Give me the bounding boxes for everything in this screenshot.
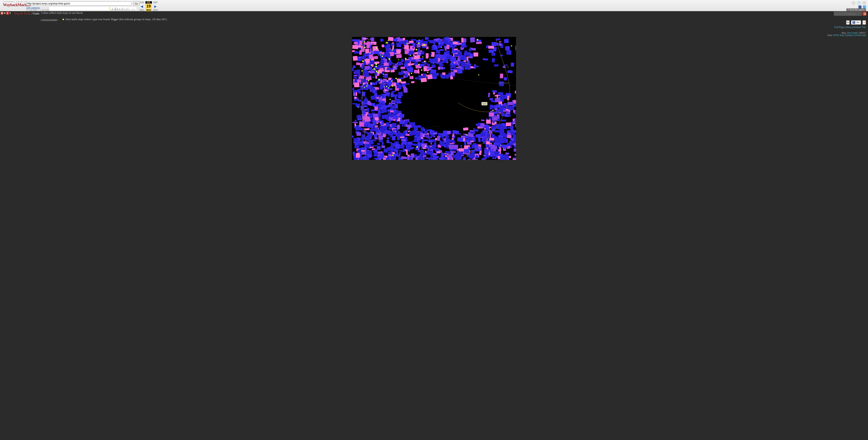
svg-rect-676 [441, 153, 444, 157]
svg-rect-1254 [489, 126, 491, 128]
wnyc-logo[interactable]: WNYC [1, 12, 12, 15]
prev-year[interactable]: 2011 [138, 9, 145, 11]
svg-rect-1412 [440, 55, 446, 59]
svg-rect-1367 [480, 123, 485, 128]
svg-rect-1138 [465, 57, 467, 60]
map-author-link[interactable]: John Keefe [847, 32, 858, 34]
svg-rect-1468 [445, 136, 449, 138]
svg-rect-1042 [402, 141, 405, 144]
svg-rect-1398 [491, 100, 495, 102]
svg-rect-1474 [387, 68, 393, 70]
svg-point-1594 [388, 87, 389, 88]
svg-rect-260 [446, 74, 449, 79]
svg-rect-78 [479, 150, 482, 155]
svg-rect-1498 [406, 124, 411, 128]
help-icon[interactable]: ? [857, 1, 861, 5]
svg-rect-910 [391, 93, 394, 97]
choropleth-map[interactable]: I678 Silver Beach [352, 37, 516, 160]
facebook-share-icon[interactable] [859, 5, 862, 8]
svg-point-1597 [410, 55, 411, 56]
svg-rect-1336 [363, 61, 366, 65]
svg-rect-922 [483, 155, 486, 156]
svg-point-1621 [372, 69, 373, 70]
embed-link[interactable]: Embed This [854, 26, 866, 28]
svg-point-1603 [380, 55, 381, 55]
prev-month[interactable]: JUN [138, 1, 145, 4]
svg-rect-819 [425, 139, 428, 141]
svg-rect-1199 [448, 72, 451, 77]
svg-rect-725 [353, 77, 357, 79]
twitter-share-icon[interactable] [863, 5, 866, 8]
full-page-link[interactable]: Full Page [834, 26, 844, 28]
svg-rect-1393 [480, 133, 486, 137]
wayback-captures: 234 captures 17 Jul 2012 – 1 Jun 2018 [26, 6, 50, 11]
svg-rect-988 [469, 154, 474, 159]
svg-rect-1389 [354, 42, 358, 44]
svg-rect-1147 [404, 141, 407, 145]
svg-point-1599 [415, 49, 417, 51]
story-link[interactable]: Story [846, 26, 852, 28]
svg-rect-1488 [412, 144, 417, 146]
svg-rect-477 [383, 75, 388, 77]
svg-point-1634 [367, 85, 367, 86]
svg-rect-1346 [394, 119, 395, 121]
svg-rect-160 [492, 58, 495, 63]
svg-rect-1264 [431, 135, 435, 137]
wayback-sparkline[interactable] [49, 6, 137, 10]
svg-point-1602 [500, 145, 501, 146]
svg-rect-1226 [483, 58, 488, 61]
prev-arrow-icon[interactable]: ◀ [138, 4, 145, 8]
svg-point-1574 [392, 50, 393, 51]
next-arrow-icon[interactable]: ▶ [152, 4, 159, 8]
svg-rect-935 [473, 65, 478, 67]
svg-rect-635 [467, 142, 471, 145]
svg-rect-1399 [500, 94, 506, 99]
svg-rect-1098 [391, 43, 395, 46]
brand-letter: Y [6, 12, 9, 15]
svg-rect-1447 [464, 149, 470, 153]
svg-point-1614 [373, 68, 375, 70]
next-year[interactable]: 2013 [152, 9, 159, 11]
svg-point-1596 [392, 154, 394, 156]
svg-rect-159 [421, 148, 423, 149]
svg-rect-1095 [491, 126, 493, 129]
facebook-like-button[interactable]: fLike [851, 20, 861, 25]
svg-rect-1512 [411, 57, 414, 59]
captures-count-link[interactable]: 234 captures [26, 6, 40, 9]
svg-rect-1252 [456, 68, 458, 70]
svg-rect-1385 [451, 42, 453, 44]
svg-rect-1441 [426, 53, 429, 55]
search-input[interactable] [834, 12, 862, 16]
svg-point-1579 [369, 40, 369, 40]
svg-rect-571 [364, 128, 370, 130]
svg-rect-93 [504, 77, 507, 81]
svg-rect-1101 [371, 96, 375, 99]
data-source-link[interactable]: NYPD Stop, Question & Frisk Data [833, 34, 866, 36]
svg-point-1586 [398, 59, 399, 60]
screenshot-icon[interactable]: ▭ [852, 1, 855, 5]
svg-rect-1253 [394, 79, 396, 81]
svg-rect-1037 [392, 91, 394, 93]
info-panel: ✉ fLike ● Full Page | Story | Embed This… [828, 20, 866, 36]
svg-rect-1145 [381, 85, 383, 88]
next-month[interactable]: SEP [152, 1, 159, 4]
svg-rect-945 [478, 138, 481, 142]
svg-rect-1502 [488, 93, 490, 97]
reddit-share-button[interactable]: ● [863, 20, 866, 25]
svg-rect-1516 [383, 66, 389, 67]
svg-rect-1379 [469, 48, 471, 51]
search-button[interactable] [863, 12, 866, 16]
svg-rect-1368 [464, 51, 467, 54]
svg-rect-1481 [439, 61, 444, 63]
wayback-url-input[interactable] [26, 1, 132, 5]
about-capture-toggle[interactable]: ▾ About this capture [846, 8, 866, 11]
svg-rect-1237 [384, 59, 386, 63]
close-icon[interactable]: ✕ [863, 1, 866, 5]
svg-rect-1168 [382, 103, 385, 106]
svg-rect-1232 [394, 84, 396, 86]
svg-rect-1545 [486, 120, 491, 124]
svg-rect-860 [390, 110, 394, 113]
svg-rect-1304 [433, 154, 435, 157]
svg-point-1604 [361, 70, 362, 71]
email-share-button[interactable]: ✉ [846, 20, 849, 25]
